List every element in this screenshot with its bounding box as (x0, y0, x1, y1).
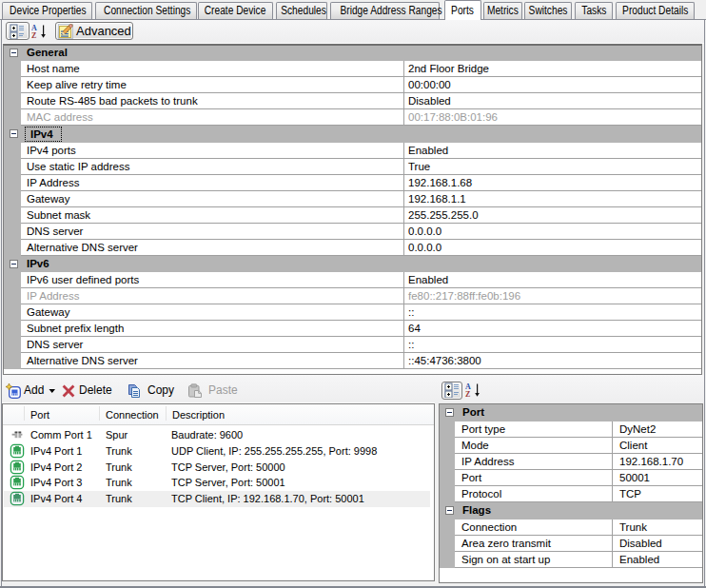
svg-text:Z: Z (31, 31, 36, 39)
svg-text:Z: Z (465, 390, 470, 398)
